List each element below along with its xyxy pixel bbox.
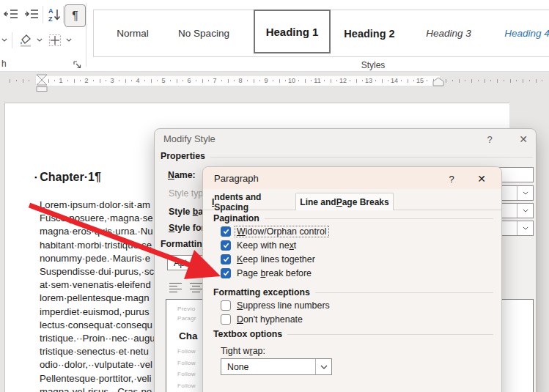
checkbox-label: Keep with next xyxy=(235,240,298,251)
ruler-tick xyxy=(401,80,402,81)
show-formatting-marks-button[interactable]: ¶ xyxy=(65,4,86,27)
style-gallery-item-heading-4[interactable]: Heading 4 xyxy=(504,10,549,56)
document-text-line[interactable]: lorem·pellentesque·magn xyxy=(40,292,158,305)
paragraph-tabs: Indents and SpacingLine and Page Breaks xyxy=(203,193,501,210)
ruler-tick: 7 xyxy=(213,77,216,84)
checkbox-page-break-before[interactable]: Page break before xyxy=(213,266,493,280)
align-left-icon[interactable] xyxy=(169,283,182,293)
ruler-tick xyxy=(42,80,43,81)
tight-wrap-combo[interactable]: None xyxy=(221,358,332,375)
decrease-indent-icon[interactable] xyxy=(2,7,19,21)
styles-group-label: Styles xyxy=(344,60,402,70)
ruler-tick xyxy=(54,80,55,81)
checkbox-box[interactable] xyxy=(221,300,231,311)
increase-indent-icon[interactable] xyxy=(23,7,40,21)
paragraph-group-label-partial: h xyxy=(1,59,7,69)
tab-indents-and-spacing[interactable]: Indents and Spacing xyxy=(212,194,292,210)
tab-line-and-page-breaks[interactable]: Line and Page Breaks xyxy=(295,193,394,210)
checkbox-don-t-hyphenate[interactable]: Don't hyphenate xyxy=(213,312,493,326)
ruler-tick xyxy=(273,80,273,81)
horizontal-ruler: 123456789101112131415 xyxy=(0,75,549,86)
document-text-line[interactable]: Lorem·ipsum·dolor·sit·am xyxy=(40,199,158,212)
checkbox-label: Suppress line numbers xyxy=(235,300,331,311)
close-icon[interactable]: ✕ xyxy=(475,172,488,185)
ruler-tick xyxy=(459,79,460,83)
preview-sample-text: Cha xyxy=(179,330,198,341)
paragraph-dialog: Paragraph ? ✕ Indents and SpacingLine an… xyxy=(202,166,502,392)
document-text-line[interactable]: odio··dolor,··vulputate··vel xyxy=(40,358,158,371)
ruler-tick xyxy=(23,79,23,83)
align-center-icon[interactable] xyxy=(190,283,202,293)
document-text-line[interactable]: magna·vel·risus.··Cras·no xyxy=(40,385,158,392)
ruler-tick xyxy=(16,80,17,81)
ruler-tick xyxy=(247,80,248,81)
chevron-down-icon[interactable] xyxy=(65,35,73,44)
preview-following-line: Follow xyxy=(177,360,196,366)
chevron-down-icon[interactable] xyxy=(517,221,533,235)
ruler-tick xyxy=(157,80,158,81)
document-text-line[interactable]: tristique·senectus·et·netu xyxy=(40,345,158,358)
document-text-line[interactable]: magna·eros·quis·urna.·Nu xyxy=(40,225,158,238)
close-icon[interactable]: ✕ xyxy=(517,133,530,146)
style-gallery-item-heading-3[interactable]: Heading 3 xyxy=(426,10,471,56)
preview-following-line: Follow xyxy=(177,371,196,377)
ruler-tick xyxy=(196,80,196,81)
document-text-line[interactable]: habitant·morbi·tristique·se xyxy=(40,239,158,252)
heading-text: Chapter·1¶ xyxy=(40,171,101,184)
document-heading[interactable]: ▪ Chapter·1¶ xyxy=(34,171,101,184)
checkbox-box[interactable] xyxy=(221,268,231,278)
chevron-down-icon[interactable] xyxy=(0,35,9,44)
chevron-down-icon[interactable] xyxy=(315,359,331,374)
style-gallery-item-heading-2[interactable]: Heading 2 xyxy=(344,10,394,56)
help-icon[interactable]: ? xyxy=(483,133,496,146)
borders-icon[interactable] xyxy=(47,32,63,48)
ruler-tick xyxy=(177,79,177,83)
ruler-tick xyxy=(259,80,260,81)
ruler-tick xyxy=(375,80,376,81)
paragraph-title: Paragraph xyxy=(214,173,259,184)
document-text-line[interactable]: at·sem·venenatis·eleifend xyxy=(40,278,158,292)
document-body[interactable]: Lorem·ipsum·dolor·sit·amFusce·posuere,·m… xyxy=(40,199,158,392)
ruler-tick xyxy=(433,79,434,83)
preview-previous-text: Previo xyxy=(177,306,195,312)
document-text-line[interactable]: Fusce·posuere,·magna·se xyxy=(40,212,158,225)
ruler-tick xyxy=(497,79,498,83)
ruler-tick: 14 xyxy=(391,77,398,84)
ruler-tick xyxy=(279,79,280,83)
document-text-line[interactable]: nonummy·pede.·Mauris·e xyxy=(40,252,158,265)
checkbox-suppress-line-numbers[interactable]: Suppress line numbers xyxy=(213,298,493,312)
chevron-down-icon[interactable] xyxy=(517,186,533,200)
document-text-line[interactable]: tristique.··Proin··nec··augu xyxy=(40,332,158,345)
checkbox-box[interactable] xyxy=(221,240,231,251)
dialog-launcher-icon[interactable] xyxy=(73,59,82,69)
group-header-textbox-options: Textbox options xyxy=(213,328,493,340)
style-gallery-item-no-spacing[interactable]: No Spacing xyxy=(178,10,229,56)
chevron-down-icon[interactable] xyxy=(35,35,44,44)
chevron-down-icon[interactable] xyxy=(517,204,533,218)
ruler-tick xyxy=(144,80,145,81)
shading-bucket-icon[interactable] xyxy=(18,32,34,48)
checkbox-keep-with-next[interactable]: Keep with next xyxy=(213,238,493,252)
ruler-tick xyxy=(100,79,100,83)
document-text-line[interactable]: lectus·consequat·consequ xyxy=(40,319,158,332)
ruler-tick xyxy=(74,79,75,83)
checkbox-widow-orphan-control[interactable]: Widow/Orphan control xyxy=(213,224,493,238)
style-gallery-item-heading-1[interactable]: Heading 1 xyxy=(254,10,331,53)
ribbon-group-separator xyxy=(86,3,86,67)
style-gallery-item-normal[interactable]: Normal xyxy=(117,10,149,56)
ruler-tick: 2 xyxy=(84,77,88,84)
ruler-tick xyxy=(382,79,383,83)
document-text-line[interactable]: imperdiet·euismod,·purus xyxy=(40,306,158,319)
ruler-tick xyxy=(336,80,337,81)
sort-icon[interactable]: A Z xyxy=(45,6,63,23)
help-icon[interactable]: ? xyxy=(445,172,458,185)
checkbox-box[interactable] xyxy=(221,254,231,265)
tight-wrap-label: Tight wrap: xyxy=(221,346,493,356)
checkbox-label: Page break before xyxy=(235,268,313,278)
ruler-tick xyxy=(254,79,254,83)
document-text-line[interactable]: Suspendisse·dui·purus,·sc xyxy=(40,265,158,278)
checkbox-keep-lines-together[interactable]: Keep lines together xyxy=(213,252,493,266)
document-text-line[interactable]: Pellentesque·porttitor,·veli xyxy=(40,372,158,385)
checkbox-box[interactable] xyxy=(221,226,231,237)
checkbox-box[interactable] xyxy=(221,314,231,325)
